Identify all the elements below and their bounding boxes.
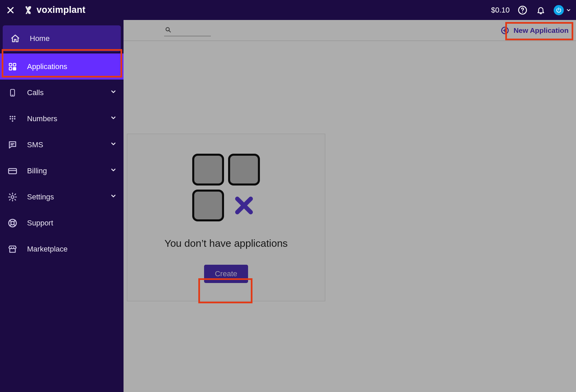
svg-line-26: [14, 224, 16, 226]
message-icon: [7, 140, 18, 150]
top-bar: voximplant $0.10: [0, 0, 576, 20]
svg-rect-20: [8, 169, 16, 174]
help-button[interactable]: [517, 5, 528, 16]
help-icon: [518, 5, 527, 15]
svg-point-12: [12, 116, 13, 117]
chevron-down-icon: [110, 140, 117, 149]
sidebar-item-settings[interactable]: Settings: [0, 184, 124, 210]
svg-line-28: [9, 224, 11, 226]
sidebar-item-label: Support: [27, 219, 53, 227]
sidebar-item-label: Home: [30, 34, 50, 43]
svg-point-15: [12, 118, 13, 119]
phone-icon: [7, 88, 18, 98]
svg-rect-2: [29, 6, 31, 8]
close-button[interactable]: [5, 4, 16, 16]
sidebar-item-sms[interactable]: SMS: [0, 132, 124, 158]
sidebar-item-home[interactable]: Home: [3, 25, 121, 51]
avatar: [554, 5, 564, 15]
brand-name: voximplant: [37, 5, 86, 15]
applications-icon: [7, 62, 18, 72]
chevron-down-icon: [110, 114, 117, 123]
gear-icon: [7, 192, 18, 202]
account-balance[interactable]: $0.10: [491, 6, 510, 15]
main: New Application You don’t have applicati…: [124, 20, 576, 392]
content-overlay: [124, 20, 576, 392]
sidebar-item-label: Applications: [27, 62, 67, 71]
svg-point-11: [9, 116, 11, 117]
layout: Home Applications Calls Numbers: [0, 20, 576, 392]
notifications-button[interactable]: [535, 5, 546, 16]
power-icon: [556, 7, 562, 13]
home-icon: [10, 34, 20, 44]
sidebar-item-applications[interactable]: Applications: [0, 53, 124, 80]
close-icon: [6, 6, 15, 15]
chevron-down-icon: [566, 7, 571, 13]
lifebuoy-icon: [7, 218, 18, 228]
svg-point-14: [9, 118, 11, 119]
svg-point-17: [12, 120, 13, 122]
sidebar-item-label: Marketplace: [27, 245, 68, 254]
brand[interactable]: voximplant: [23, 5, 86, 15]
svg-point-16: [14, 118, 15, 119]
sidebar-item-label: SMS: [27, 140, 43, 149]
account-menu[interactable]: [554, 5, 571, 15]
topbar-right: $0.10: [491, 5, 571, 16]
svg-rect-7: [9, 67, 12, 70]
credit-card-icon: [7, 166, 18, 176]
sidebar-item-label: Numbers: [27, 114, 57, 123]
sidebar-item-numbers[interactable]: Numbers: [0, 106, 124, 132]
sidebar-item-support[interactable]: Support: [0, 210, 124, 236]
svg-point-22: [11, 195, 14, 198]
sidebar-item-billing[interactable]: Billing: [0, 158, 124, 184]
sidebar-item-marketplace[interactable]: Marketplace: [0, 236, 124, 262]
chevron-down-icon: [110, 88, 117, 97]
svg-rect-6: [13, 63, 16, 66]
sidebar-item-label: Settings: [27, 193, 54, 201]
bell-icon: [536, 6, 545, 15]
svg-line-27: [14, 220, 16, 222]
sidebar-item-label: Billing: [27, 167, 47, 175]
svg-rect-5: [9, 63, 12, 66]
store-icon: [7, 244, 18, 254]
svg-point-24: [11, 221, 14, 225]
svg-point-4: [522, 12, 523, 13]
svg-point-13: [14, 116, 15, 117]
logo-icon: [23, 5, 33, 15]
sidebar: Home Applications Calls Numbers: [0, 20, 124, 392]
svg-line-25: [9, 220, 11, 222]
dialpad-icon: [7, 114, 18, 124]
svg-rect-8: [13, 67, 16, 70]
chevron-down-icon: [110, 167, 117, 175]
sidebar-item-calls[interactable]: Calls: [0, 80, 124, 106]
sidebar-item-label: Calls: [27, 88, 44, 97]
chevron-down-icon: [110, 193, 117, 201]
